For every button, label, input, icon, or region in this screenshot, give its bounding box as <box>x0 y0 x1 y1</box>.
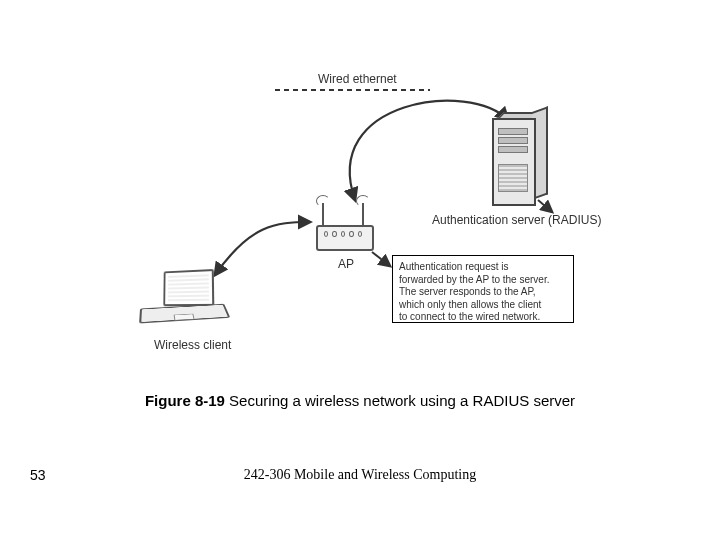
wireless-client-icon <box>140 270 230 330</box>
figure-number: Figure 8-19 <box>145 392 225 409</box>
explanation-box: Authentication request is forwarded by t… <box>392 255 574 323</box>
radius-server-icon <box>492 112 548 204</box>
figure-title: Securing a wireless network using a RADI… <box>229 392 575 409</box>
explanation-line: forwarded by the AP to the server. <box>399 274 567 287</box>
label-ap: AP <box>338 257 354 271</box>
access-point-icon <box>310 205 380 255</box>
figure-caption: Figure 8-19 Securing a wireless network … <box>0 392 720 409</box>
label-auth-server: Authentication server (RADIUS) <box>432 213 601 227</box>
explanation-line: The server responds to the AP, <box>399 286 567 299</box>
diagram-canvas: Wired ethernet Wireless client AP Authen… <box>0 0 720 540</box>
explanation-line: which only then allows the client <box>399 299 567 312</box>
label-wireless-client: Wireless client <box>154 338 231 352</box>
explanation-line: to connect to the wired network. <box>399 311 567 324</box>
label-wired-ethernet: Wired ethernet <box>318 72 397 86</box>
course-title: 242-306 Mobile and Wireless Computing <box>0 467 720 483</box>
explanation-line: Authentication request is <box>399 261 567 274</box>
